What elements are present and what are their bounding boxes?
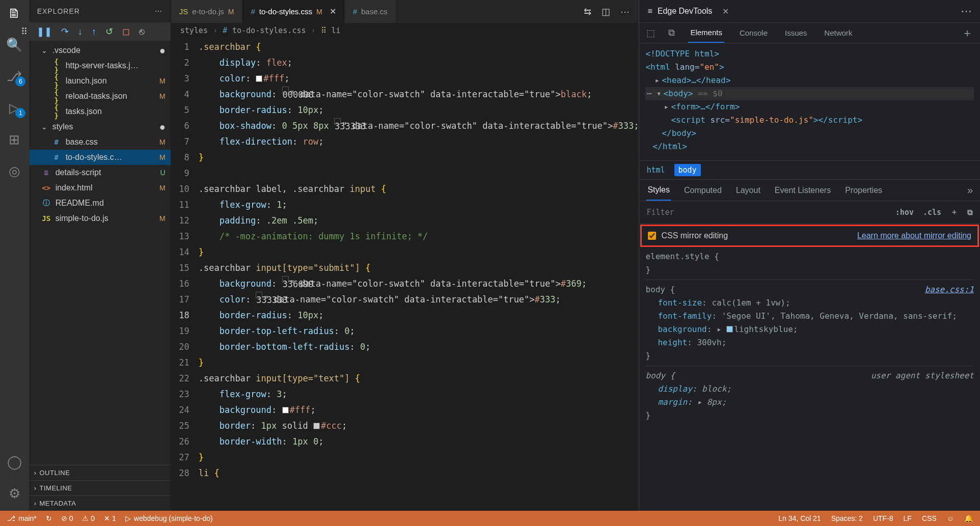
toggle-panel-icon[interactable]: ⧉ [967, 208, 973, 217]
editor-tab[interactable]: JSe-to-do.jsM [171, 0, 243, 23]
close-icon[interactable]: ✕ [722, 7, 729, 16]
file-label: base.css [66, 137, 155, 147]
step-into-icon[interactable]: ↓ [78, 26, 83, 37]
cursor-pos[interactable]: Ln 34, Col 21 [778, 514, 821, 522]
debug-badge: 1 [15, 108, 25, 118]
file-row[interactable]: { }http-server-tasks.j… [29, 58, 171, 73]
compare-icon[interactable]: ⇆ [584, 6, 591, 17]
edge-icon[interactable]: ◎ [6, 163, 22, 179]
tools-status[interactable]: ✕ 1 [104, 514, 116, 522]
tab-eventlisteners[interactable]: Event Listeners [774, 181, 832, 200]
breadcrumb[interactable]: styles › # to-do-styles.css › ⠿ li [171, 23, 639, 38]
sidebar-section[interactable]: › OUTLINE [29, 465, 171, 480]
style-rules[interactable]: element.style { } base.css:1body { font-… [639, 247, 980, 511]
code-editor[interactable]: 1234567891011121314151617181920212223242… [171, 38, 639, 511]
debug-icon[interactable]: ▷1 [6, 100, 22, 116]
scm-icon[interactable]: ⎇6 [6, 68, 22, 85]
split-icon[interactable]: ◫ [602, 6, 610, 17]
eol-status[interactable]: LF [904, 514, 912, 522]
tab-more-icon[interactable]: ⋯ [620, 6, 630, 17]
filter-input[interactable] [646, 208, 886, 217]
explorer-icon[interactable]: 🗎 [6, 5, 22, 21]
file-row[interactable]: #base.cssM [29, 134, 171, 150]
file-icon: { } [51, 103, 62, 120]
dom-breadcrumb: html body [639, 160, 980, 180]
extensions-icon[interactable]: ⊞ [6, 131, 22, 148]
branch-status[interactable]: ⎇ main* [7, 514, 37, 522]
pause-icon[interactable]: ❚❚ [37, 26, 52, 37]
tab-properties[interactable]: Properties [844, 181, 883, 200]
tab-console[interactable]: Console [738, 23, 770, 42]
editor-tab[interactable]: #base.cs [345, 0, 396, 23]
stop-icon[interactable]: ◻ [122, 26, 130, 37]
errors-status[interactable]: ⊘ 0 [61, 514, 73, 522]
disconnect-icon[interactable]: ⎋ [139, 26, 145, 37]
sidebar-more-icon[interactable]: ⋯ [155, 7, 162, 15]
add-rule-icon[interactable]: ＋ [950, 207, 958, 217]
base-css-link[interactable]: base.css:1 [925, 283, 974, 296]
breadcrumb-seg[interactable]: styles [180, 26, 208, 35]
devtools-menu-icon[interactable]: ≡ [647, 7, 652, 16]
search-icon[interactable]: 🔍 [6, 37, 22, 53]
bc-html[interactable]: html [646, 165, 665, 175]
tab-issues[interactable]: Issues [783, 23, 809, 42]
tab-styles[interactable]: Styles [646, 180, 671, 201]
file-row[interactable]: #to-do-styles.c…M [29, 150, 171, 165]
feedback-icon[interactable]: ☺ [947, 514, 954, 522]
lang-status[interactable]: CSS [922, 514, 937, 522]
file-row[interactable]: JSsimple-to-do.jsM [29, 211, 171, 226]
file-row[interactable]: <>index.htmlM [29, 180, 171, 196]
color-swatch[interactable] [282, 407, 289, 413]
debug-target[interactable]: ▷ webdebug (simple-to-do) [125, 514, 213, 522]
device-icon[interactable]: ⧉ [668, 27, 675, 38]
folder-styles[interactable]: ⌄ styles ● [29, 119, 171, 134]
cls-button[interactable]: .cls [923, 208, 941, 217]
drag-handle-icon[interactable]: ⠿ [21, 26, 28, 37]
file-row[interactable]: { }tasks.json [29, 104, 171, 119]
color-swatch[interactable] [313, 423, 320, 429]
warnings-status[interactable]: ⚠ 0 [82, 514, 95, 522]
css-icon: # [223, 26, 227, 35]
close-icon[interactable]: ✕ [326, 7, 336, 16]
color-swatch[interactable] [726, 326, 733, 333]
sidebar-section[interactable]: › TIMELINE [29, 480, 171, 495]
code-content[interactable]: .searchbar { display: flex; color: #fff;… [199, 38, 639, 511]
expand-icon[interactable]: ▸ [664, 100, 671, 114]
sync-status[interactable]: ↻ [46, 514, 52, 522]
color-swatch[interactable] [256, 75, 262, 82]
file-row[interactable]: ⓘREADME.md [29, 196, 171, 211]
hov-button[interactable]: :hov [895, 208, 914, 217]
file-icon: { } [51, 73, 62, 89]
add-tab-icon[interactable]: ＋ [962, 25, 980, 41]
mirror-learn-link[interactable]: Learn more about mirror editing [857, 231, 971, 240]
expand-icon[interactable]: ▸ [655, 74, 662, 87]
file-row[interactable]: { }launch.jsonM [29, 73, 171, 89]
tab-elements[interactable]: Elements [688, 23, 724, 43]
step-out-icon[interactable]: ↑ [92, 26, 96, 37]
sidebar-section[interactable]: › METADATA [29, 495, 171, 511]
account-icon[interactable]: ◯ [6, 454, 22, 470]
breadcrumb-seg[interactable]: li [332, 26, 341, 35]
indent-status[interactable]: Spaces: 2 [831, 514, 863, 522]
more-tabs-icon[interactable]: » [967, 184, 980, 196]
editor-tab[interactable]: #to-do-styles.cssM✕ [242, 0, 344, 23]
file-row[interactable]: { }reload-tasks.jsonM [29, 89, 171, 104]
file-row[interactable]: ≡details-scriptU [29, 165, 171, 180]
step-over-icon[interactable]: ↷ [61, 26, 69, 37]
mirror-checkbox[interactable] [648, 232, 656, 240]
breadcrumb-seg[interactable]: to-do-styles.css [232, 26, 306, 35]
bc-body[interactable]: body [674, 164, 701, 176]
collapse-icon[interactable]: ▾ [657, 87, 664, 100]
dom-tree[interactable]: <!DOCTYPE html> <html lang="en"> ▸<head>… [639, 43, 980, 160]
tab-network[interactable]: Network [822, 23, 854, 42]
tab-layout[interactable]: Layout [735, 181, 761, 200]
mirror-label: CSS mirror editing [661, 231, 728, 240]
tab-computed[interactable]: Computed [683, 181, 723, 200]
devtools-more-icon[interactable]: ⋯ [961, 5, 972, 18]
folder-vscode[interactable]: ⌄ .vscode ● [29, 43, 171, 58]
gear-icon[interactable]: ⚙ [6, 485, 22, 502]
inspect-icon[interactable]: ⬚ [646, 27, 655, 39]
encoding-status[interactable]: UTF-8 [873, 514, 893, 522]
bell-icon[interactable]: 🔔 [964, 514, 973, 522]
restart-icon[interactable]: ↺ [105, 26, 113, 37]
